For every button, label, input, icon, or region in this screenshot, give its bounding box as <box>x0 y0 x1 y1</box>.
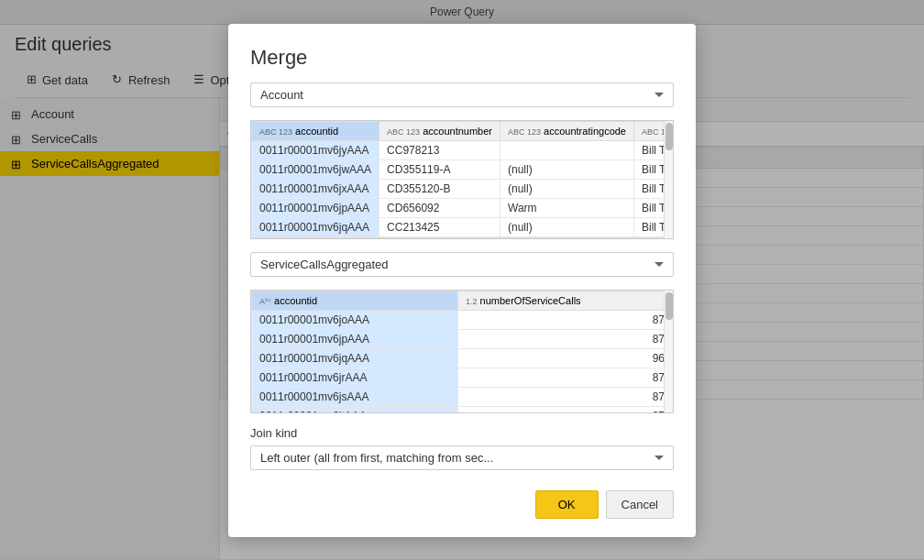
col-accountid-header[interactable]: ABC 123 accountid <box>252 121 380 140</box>
first-table-dropdown[interactable]: Account <box>250 82 674 107</box>
merge-cell-accountid: 0011r00001mv6jqAAA <box>252 217 380 236</box>
table-row: 0011r00001mv6jtAAA87 <box>252 407 673 413</box>
col2-numservicecalls-header[interactable]: 1.2 numberOfServiceCalls <box>457 291 672 311</box>
merge-cell-accountnumber: CC978213 <box>380 140 500 159</box>
second-table-chevron-icon <box>654 262 664 267</box>
merge2-accountid-cell: 0011r00001mv6jtAAA <box>252 407 458 413</box>
merge2-numservicecalls-cell: 87 <box>457 388 672 407</box>
merge-cell-accountratingcode: (null) <box>500 217 634 236</box>
merge-cell-accountratingcode: (null) <box>500 159 634 179</box>
first-merge-table: ABC 123 accountid ABC 123 accountnumber … <box>251 121 673 237</box>
first-table-scroll[interactable]: ABC 123 accountid ABC 123 accountnumber … <box>251 121 673 237</box>
merge-cell-accountnumber: CC213425 <box>380 217 500 236</box>
second-table-vscroll[interactable] <box>664 291 673 412</box>
table-row: 0011r00001mv6jyAAACC978213Bill To <box>252 140 674 159</box>
merge-cell-accountid: 0011r00001mv6jyAAA <box>252 140 380 159</box>
merge2-numservicecalls-cell: 87 <box>457 407 672 413</box>
join-kind-dropdown[interactable]: Left outer (all from first, matching fro… <box>250 445 674 470</box>
first-table-chevron-icon <box>654 93 664 97</box>
table-row: 0011r00001mv6jpAAACD656092WarmBill To <box>252 198 674 217</box>
table-row: 0011r00001mv6jsAAA87 <box>252 388 673 407</box>
second-table-wrapper: A⁰ᶜ accountid 1.2 numberOfServiceCalls <box>250 290 674 412</box>
modal-title: Merge <box>250 46 674 70</box>
first-table-hscroll[interactable] <box>251 237 673 240</box>
table-row: 0011r00001mv6joAAA87 <box>252 311 673 330</box>
first-table-wrapper: ABC 123 accountid ABC 123 accountnumber … <box>250 120 674 240</box>
merge2-accountid-cell: 0011r00001mv6jrAAA <box>252 368 458 388</box>
modal-overlay: Merge Account ABC 123 account <box>0 0 924 560</box>
table-row: 0011r00001mv6jqAAACC213425(null)Bill To <box>252 217 674 236</box>
vscroll-thumb2 <box>666 292 673 320</box>
join-kind-chevron-icon <box>654 456 664 460</box>
merge2-accountid-cell: 0011r00001mv6jqAAA <box>252 349 458 368</box>
table-row: 0011r00001mv6jrAAA87 <box>252 368 673 388</box>
merge-cell-accountnumber: CD355119-A <box>380 159 500 179</box>
col-accountnumber-header[interactable]: ABC 123 accountnumber <box>380 121 500 140</box>
join-kind-label: Join kind <box>250 426 674 440</box>
merge-cell-accountnumber: CD355120-B <box>380 179 500 198</box>
merge-cell-accountratingcode: Warm <box>500 198 634 217</box>
second-merge-table: A⁰ᶜ accountid 1.2 numberOfServiceCalls <box>251 291 673 412</box>
merge-modal: Merge Account ABC 123 account <box>228 24 696 537</box>
table-row: 0011r00001mv6jwAAACD355119-A(null)Bill T… <box>252 159 674 179</box>
cancel-button[interactable]: Cancel <box>606 490 674 519</box>
merge-cell-accountid: 0011r00001mv6jxAAA <box>252 179 380 198</box>
table-row: 0011r00001mv6jqAAA96 <box>252 349 673 368</box>
merge2-accountid-cell: 0011r00001mv6jsAAA <box>252 388 458 407</box>
col2-accountid-header[interactable]: A⁰ᶜ accountid <box>252 291 458 311</box>
second-table-scroll[interactable]: A⁰ᶜ accountid 1.2 numberOfServiceCalls <box>251 291 673 412</box>
vscroll-thumb <box>666 123 673 150</box>
ok-button[interactable]: OK <box>535 490 599 519</box>
table-row: 0011r00001mv6jpAAA87 <box>252 330 673 349</box>
merge2-accountid-cell: 0011r00001mv6jpAAA <box>252 330 458 349</box>
join-section: Join kind Left outer (all from first, ma… <box>250 426 674 470</box>
merge2-numservicecalls-cell: 96 <box>457 349 672 368</box>
first-table-vscroll[interactable] <box>664 121 673 240</box>
merge2-numservicecalls-cell: 87 <box>457 368 672 388</box>
merge-cell-accountnumber: CD656092 <box>380 198 500 217</box>
table-row: 0011r00001mv6jxAAACD355120-B(null)Bill T… <box>252 179 674 198</box>
merge-cell-accountratingcode <box>500 140 634 159</box>
merge-cell-accountratingcode: (null) <box>500 179 634 198</box>
merge2-numservicecalls-cell: 87 <box>457 330 672 349</box>
merge-cell-accountid: 0011r00001mv6jpAAA <box>252 198 380 217</box>
col-accountratingcode-header[interactable]: ABC 123 accountratingcode <box>500 121 634 140</box>
merge2-numservicecalls-cell: 87 <box>457 311 672 330</box>
modal-footer: OK Cancel <box>250 490 674 519</box>
merge2-accountid-cell: 0011r00001mv6joAAA <box>252 311 458 330</box>
merge-cell-accountid: 0011r00001mv6jwAAA <box>252 159 380 179</box>
second-table-dropdown[interactable]: ServiceCallsAggregated <box>250 252 674 277</box>
